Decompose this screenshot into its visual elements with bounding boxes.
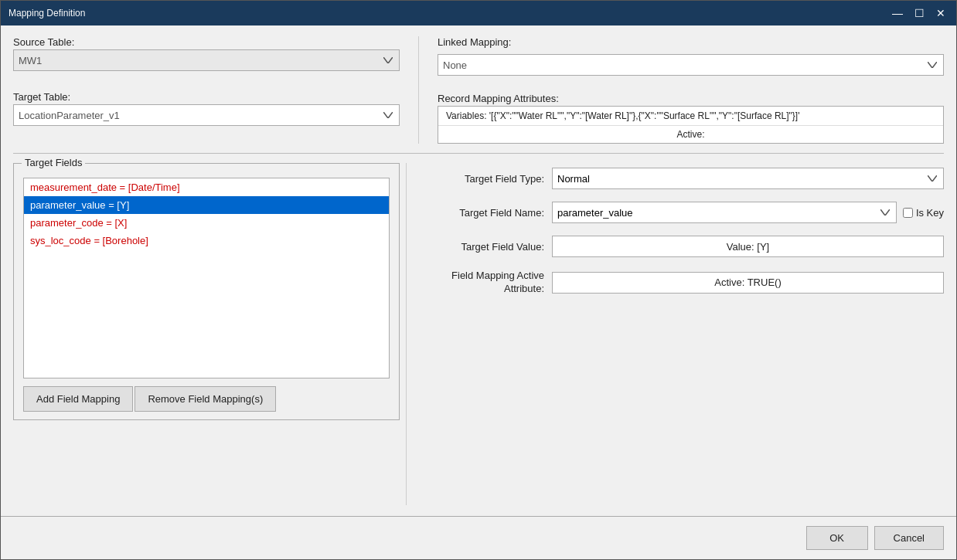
record-mapping-active: Active:	[438, 126, 943, 143]
field-list-item[interactable]: parameter_code = [X]	[24, 214, 389, 232]
add-field-mapping-button[interactable]: Add Field Mapping	[23, 386, 133, 412]
top-section: Source Table: MW1 Target Table: Location…	[13, 36, 944, 144]
linked-mapping-label: Linked Mapping:	[438, 36, 944, 48]
record-mapping-group: Record Mapping Attributes: Variables: '[…	[438, 93, 944, 144]
target-field-type-label: Target Field Type:	[436, 173, 544, 185]
maximize-button[interactable]: ☐	[911, 5, 927, 21]
field-mapping-active-field: Active: TRUE()	[552, 272, 944, 294]
target-field-name-label: Target Field Name:	[436, 207, 544, 219]
field-list-item[interactable]: measurement_date = [Date/Time]	[24, 178, 389, 196]
left-main-panel: Target Fields measurement_date = [Date/T…	[13, 163, 400, 505]
title-bar-controls: — ☐ ✕	[890, 5, 948, 21]
linked-mapping-section: Linked Mapping: None	[438, 36, 944, 76]
title-bar: Mapping Definition — ☐ ✕	[1, 1, 956, 25]
main-section: Target Fields measurement_date = [Date/T…	[13, 163, 944, 505]
record-mapping-variables: Variables: '[{"X":""Water RL"","Y":"[Wat…	[438, 107, 943, 126]
button-row: Add Field Mapping Remove Field Mapping(s…	[23, 386, 390, 412]
field-mapping-active-box[interactable]: Active: TRUE()	[552, 272, 944, 294]
field-list-item[interactable]: sys_loc_code = [Borehole]	[24, 232, 389, 249]
target-field-type-row: Target Field Type: Normal	[436, 168, 944, 189]
fields-list[interactable]: measurement_date = [Date/Time]parameter_…	[23, 178, 390, 378]
target-field-value-field: Value: [Y]	[552, 236, 944, 257]
window-content: Source Table: MW1 Target Table: Location…	[1, 25, 956, 516]
bottom-bar: OK Cancel	[1, 516, 956, 559]
record-mapping-label: Record Mapping Attributes:	[438, 93, 944, 104]
source-table-group: Source Table: MW1	[13, 36, 400, 71]
minimize-button[interactable]: —	[890, 5, 905, 21]
field-list-item[interactable]: parameter_value = [Y]	[24, 196, 389, 214]
field-mapping-active-row: Field Mapping ActiveAttribute: Active: T…	[436, 270, 944, 296]
cancel-button[interactable]: Cancel	[874, 526, 944, 550]
record-mapping-box: Variables: '[{"X":""Water RL"","Y":"[Wat…	[438, 106, 944, 144]
target-field-value-label: Target Field Value:	[436, 241, 544, 253]
target-field-type-field: Normal	[552, 168, 944, 189]
target-field-name-field: parameter_value Is Key	[552, 202, 944, 223]
ok-button[interactable]: OK	[806, 526, 868, 550]
is-key-checkbox[interactable]	[903, 208, 913, 218]
window-title: Mapping Definition	[9, 8, 85, 19]
source-table-select[interactable]: MW1	[13, 49, 400, 71]
is-key-text: Is Key	[916, 207, 944, 219]
target-field-value-box[interactable]: Value: [Y]	[552, 236, 944, 257]
field-mapping-active-label: Field Mapping ActiveAttribute:	[436, 270, 544, 296]
is-key-label: Is Key	[903, 207, 944, 219]
left-top-panel: Source Table: MW1 Target Table: Location…	[13, 36, 400, 144]
target-fields-legend: Target Fields	[22, 157, 85, 168]
source-table-label: Source Table:	[13, 36, 400, 48]
linked-mapping-select[interactable]: None	[438, 54, 944, 76]
target-field-type-select[interactable]: Normal	[552, 168, 944, 189]
close-button[interactable]: ✕	[933, 5, 948, 21]
target-fields-group: Target Fields measurement_date = [Date/T…	[13, 163, 400, 420]
target-field-name-row: Target Field Name: parameter_value Is Ke…	[436, 202, 944, 223]
target-field-name-select[interactable]: parameter_value	[552, 202, 897, 223]
right-panel: Target Field Type: Normal Target Field N…	[413, 163, 944, 505]
target-table-label: Target Table:	[13, 91, 400, 103]
remove-field-mapping-button[interactable]: Remove Field Mapping(s)	[135, 386, 276, 412]
target-table-group: Target Table: LocationParameter_v1	[13, 91, 400, 126]
target-field-value-row: Target Field Value: Value: [Y]	[436, 236, 944, 257]
target-table-select[interactable]: LocationParameter_v1	[13, 104, 400, 126]
right-top-panel: Linked Mapping: None Record Mapping Attr…	[438, 36, 944, 144]
main-window: Mapping Definition — ☐ ✕ Source Table: M…	[0, 0, 957, 560]
